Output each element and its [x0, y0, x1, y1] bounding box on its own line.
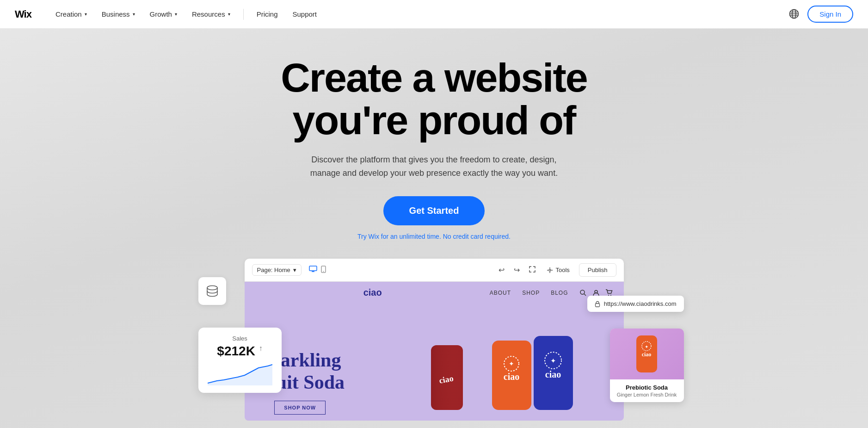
svg-text:ciao: ciao [545, 369, 560, 379]
ciao-nav: ciao ABOUT SHOP BLOG [245, 282, 624, 304]
ciao-nav-links: ABOUT SHOP BLOG [490, 290, 568, 296]
tools-button[interactable]: Tools [543, 265, 573, 275]
desktop-icon[interactable] [309, 266, 317, 275]
url-bar: https://www.ciaodrinks.com [587, 296, 684, 312]
nav-item-pricing[interactable]: Pricing [251, 6, 283, 22]
ciao-shop-button[interactable]: SHOP NOW [274, 401, 326, 415]
hero-content: Create a website you're proud of Discove… [281, 56, 587, 240]
product-card: ciao ✦ Prebiotic Soda Ginger Lemon Fresh… [610, 329, 684, 402]
chevron-down-icon: ▾ [293, 267, 296, 273]
device-icons [309, 266, 326, 275]
nav-item-business[interactable]: Business ▾ [96, 6, 141, 22]
chevron-down-icon: ▾ [175, 12, 177, 17]
editor-preview: Page: Home ▾ [245, 259, 624, 421]
svg-text:Wix: Wix [15, 9, 32, 19]
nav-links: Creation ▾ Business ▾ Growth ▾ Resources… [50, 6, 789, 22]
product-card-image: ciao ✦ [610, 329, 684, 379]
redo-icon[interactable]: ↪ [512, 264, 522, 276]
nav-item-creation[interactable]: Creation ▾ [50, 6, 92, 22]
sign-in-button[interactable]: Sign In [807, 6, 853, 23]
lock-icon [595, 301, 600, 307]
wix-logo[interactable]: Wix [15, 7, 35, 22]
expand-icon[interactable] [527, 264, 537, 276]
product-name: Prebiotic Soda [616, 384, 678, 391]
svg-point-6 [207, 286, 217, 290]
ciao-hero: SparklingFruit Soda SHOP NOW ciao [245, 304, 624, 415]
sales-chart [208, 362, 272, 385]
nav-item-growth[interactable]: Growth ▾ [144, 6, 183, 22]
chevron-down-icon: ▾ [228, 12, 230, 17]
chevron-down-icon: ▾ [85, 12, 87, 17]
undo-icon[interactable]: ↩ [497, 264, 506, 276]
svg-point-12 [549, 269, 551, 271]
toolbar-actions: ↩ ↪ [497, 263, 616, 277]
can-red: ciao [427, 343, 467, 415]
hero-subtitle: Discover the platform that gives you the… [304, 153, 563, 180]
svg-rect-7 [309, 266, 317, 271]
product-card-info: Prebiotic Soda Ginger Lemon Fresh Drink [610, 379, 684, 402]
product-desc: Ginger Lemon Fresh Drink [616, 392, 678, 397]
can-blue: ciao ✦ [531, 334, 575, 415]
sales-label: Sales [208, 335, 272, 342]
svg-text:✦: ✦ [550, 357, 556, 365]
database-icon-card [198, 277, 226, 305]
mobile-icon[interactable] [321, 266, 326, 275]
svg-line-18 [584, 294, 586, 296]
ciao-nav-blog[interactable]: BLOG [551, 290, 568, 296]
ciao-nav-about[interactable]: ABOUT [490, 290, 511, 296]
sales-amount: $212K ↑ [208, 344, 272, 359]
svg-text:ciao: ciao [503, 372, 519, 382]
hero-title: Create a website you're proud of [281, 56, 587, 142]
svg-point-17 [580, 290, 585, 294]
svg-text:✦: ✦ [645, 344, 648, 349]
svg-text:✦: ✦ [509, 360, 514, 367]
search-icon[interactable] [579, 289, 587, 297]
navbar: Wix Creation ▾ Business ▾ Growth ▾ Resou… [0, 0, 868, 29]
nav-item-resources[interactable]: Resources ▾ [186, 6, 236, 22]
product-can-image: ciao ✦ [634, 333, 659, 375]
trial-text: Try Wix for an unlimited time. No credit… [281, 233, 587, 240]
hero-section: Create a website you're proud of Discove… [0, 0, 868, 428]
nav-item-support[interactable]: Support [287, 6, 323, 22]
cans-area: ciao ciao ✦ [420, 304, 624, 415]
sales-card: Sales $212K ↑ [198, 328, 282, 393]
svg-rect-33 [595, 304, 599, 307]
ciao-nav-shop[interactable]: SHOP [522, 290, 540, 296]
nav-divider [243, 9, 244, 20]
editor-canvas: ciao ABOUT SHOP BLOG [245, 282, 624, 421]
editor-toolbar: Page: Home ▾ [245, 259, 624, 282]
svg-text:ciao: ciao [642, 351, 652, 358]
globe-icon[interactable] [789, 9, 800, 20]
chevron-down-icon: ▾ [133, 12, 135, 17]
nav-right: Sign In [789, 6, 853, 23]
can-orange: ciao ✦ [490, 338, 534, 415]
publish-button[interactable]: Publish [579, 263, 616, 277]
ciao-logo: ciao [256, 287, 490, 298]
get-started-button[interactable]: Get Started [383, 196, 485, 225]
page-selector[interactable]: Page: Home ▾ [252, 264, 302, 276]
